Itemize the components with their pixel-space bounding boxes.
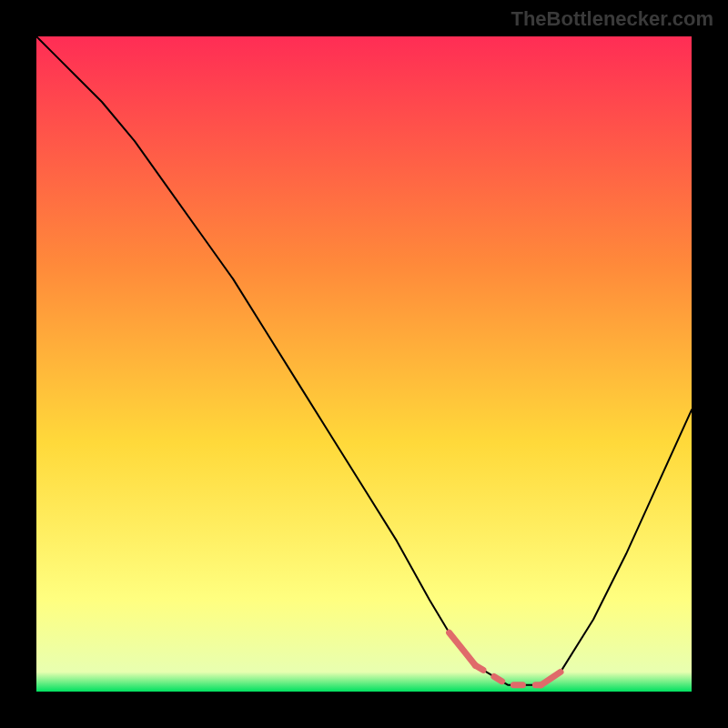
chart-svg <box>36 36 692 692</box>
chart-background <box>36 36 692 692</box>
watermark-text: TheBottlenecker.com <box>511 7 713 31</box>
chart-plot-area <box>36 36 692 692</box>
chart-frame: TheBottlenecker.com <box>0 0 728 728</box>
